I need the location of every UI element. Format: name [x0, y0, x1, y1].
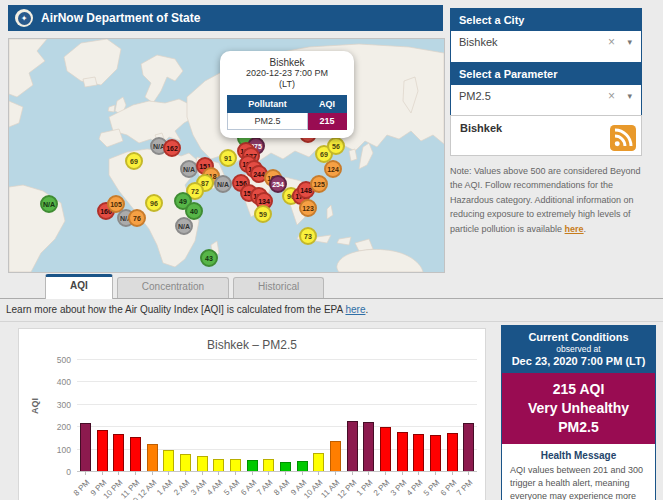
aqi-marker[interactable]: 96 — [145, 194, 163, 212]
chart-bar[interactable] — [163, 450, 174, 471]
chart-x-tickmark — [452, 471, 453, 475]
aqi-marker[interactable]: 76 — [128, 209, 146, 227]
tab-historical[interactable]: Historical — [233, 277, 324, 298]
rss-feed-label: Bishkek — [460, 122, 502, 134]
section-divider — [0, 321, 663, 322]
note-here-link[interactable]: here — [565, 224, 584, 234]
chart-y-axis-label: AQI — [30, 398, 40, 414]
current-aqi-block: 215 AQI Very Unhealthy PM2.5 — [502, 373, 655, 444]
chart-bar[interactable] — [147, 444, 158, 471]
chart-x-tickmark — [418, 471, 419, 475]
chart-x-tickmark — [152, 471, 153, 475]
popup-datetime: 2020-12-23 7:00 PM — [227, 68, 347, 79]
chart-bar[interactable] — [313, 453, 324, 471]
chart-y-tick: 0 — [43, 467, 71, 477]
chart-x-tickmark — [235, 471, 236, 475]
chart-bar[interactable] — [380, 427, 391, 471]
aqi-marker[interactable]: 123 — [299, 199, 317, 217]
tab-concentration[interactable]: Concentration — [117, 277, 229, 298]
city-select-value: Bishkek — [459, 36, 498, 48]
chart-bar[interactable] — [347, 421, 358, 471]
chart-gridline — [77, 404, 477, 405]
parameter-select-value: PM2.5 — [459, 90, 491, 102]
chart-x-tickmark — [285, 471, 286, 475]
chart-bar[interactable] — [430, 435, 441, 471]
aqi-marker[interactable]: N/A — [175, 217, 193, 235]
popup-pollutant-value: PM2.5 — [228, 112, 308, 129]
popup-aqi-value: 215 — [308, 112, 347, 129]
beyond-aqi-note: Note: Values above 500 are considered Be… — [450, 164, 652, 236]
aqi-marker[interactable]: 73 — [299, 227, 317, 245]
chart-bar[interactable] — [130, 437, 141, 471]
chart-bar[interactable] — [80, 423, 91, 471]
chart-bar[interactable] — [213, 459, 224, 471]
chart-x-tickmark — [402, 471, 403, 475]
chart-x-tickmark — [118, 471, 119, 475]
chart-bar[interactable] — [180, 454, 191, 471]
chart-bar[interactable] — [447, 433, 458, 471]
aqi-marker[interactable]: N/A — [180, 160, 198, 178]
aqi-marker[interactable]: 43 — [200, 249, 218, 267]
health-message-title: Health Message — [510, 450, 647, 461]
aqi-marker[interactable]: N/A — [40, 195, 58, 213]
aqi-marker[interactable]: 56 — [327, 137, 345, 155]
select-city-panel: Select a City Bishkek × ▾ — [450, 8, 642, 66]
chart-bar[interactable] — [280, 462, 291, 471]
world-aqi-map[interactable]: N/A1626991N/A15111887N/A724940N/A160105N… — [8, 38, 445, 273]
chart-x-tickmark — [318, 471, 319, 475]
chart-x-tickmark — [185, 471, 186, 475]
chart-bar[interactable] — [463, 423, 474, 471]
city-caret-down-icon[interactable]: ▾ — [627, 37, 632, 47]
department-of-state-seal-icon: ✦ — [15, 9, 33, 27]
chart-bar[interactable] — [113, 434, 124, 471]
tab-aqi[interactable]: AQI — [45, 274, 113, 299]
chart-bar[interactable] — [263, 459, 274, 471]
chart-plot-area: AQI 01002003004005008 PM9 PM10 PM11 PM20… — [77, 359, 477, 472]
airnow-page: ✦ AirNow Department of State — [0, 0, 663, 500]
parameter-caret-down-icon[interactable]: ▾ — [627, 91, 632, 101]
chart-gridline — [77, 381, 477, 382]
chart-x-tickmark — [385, 471, 386, 475]
health-message-block: Health Message AQI values between 201 an… — [502, 444, 655, 500]
chart-bar[interactable] — [330, 441, 341, 471]
chart-x-tickmark — [135, 471, 136, 475]
chart-bar[interactable] — [397, 432, 408, 471]
aqi-marker[interactable]: 125 — [310, 175, 328, 193]
parameter-select[interactable]: PM2.5 × ▾ — [451, 85, 641, 119]
chart-bar[interactable] — [247, 460, 258, 471]
popup-timezone: (LT) — [227, 79, 347, 90]
chart-bar[interactable] — [413, 434, 424, 471]
aqi-marker[interactable]: 69 — [125, 152, 143, 170]
app-header: ✦ AirNow Department of State — [8, 5, 443, 31]
chart-x-tickmark — [85, 471, 86, 475]
chart-bar[interactable] — [197, 456, 208, 471]
chart-x-tickmark — [268, 471, 269, 475]
chart-x-tickmark — [368, 471, 369, 475]
aqi-marker[interactable]: 59 — [254, 205, 272, 223]
aqi-marker[interactable]: N/A — [214, 175, 232, 193]
chart-bar[interactable] — [97, 430, 108, 471]
popup-city: Bishkek — [227, 57, 347, 68]
chart-x-tickmark — [302, 471, 303, 475]
parameter-clear-icon[interactable]: × — [608, 89, 615, 103]
chart-gridline — [77, 359, 477, 360]
select-parameter-panel: Select a Parameter PM2.5 × ▾ — [450, 62, 642, 120]
chart-gridline — [77, 426, 477, 427]
tab-bar: AQI Concentration Historical — [0, 276, 663, 299]
aqi-marker[interactable]: 162 — [163, 139, 181, 157]
city-select[interactable]: Bishkek × ▾ — [451, 31, 641, 65]
popup-table: Pollutant AQI PM2.5 215 — [227, 95, 347, 130]
city-clear-icon[interactable]: × — [608, 35, 615, 49]
chart-bar[interactable] — [297, 461, 308, 471]
aqi-marker[interactable]: 124 — [324, 160, 342, 178]
aqi-marker[interactable]: 91 — [219, 149, 237, 167]
chart-y-tick: 200 — [43, 422, 71, 432]
chart-x-tickmark — [252, 471, 253, 475]
popup-col-aqi: AQI — [308, 95, 347, 112]
chart-y-tick: 500 — [43, 355, 71, 365]
chart-bar[interactable] — [230, 459, 241, 471]
epa-here-link[interactable]: here — [345, 304, 365, 315]
rss-icon[interactable] — [610, 125, 636, 151]
chart-bar[interactable] — [363, 422, 374, 471]
popup-col-pollutant: Pollutant — [228, 95, 308, 112]
